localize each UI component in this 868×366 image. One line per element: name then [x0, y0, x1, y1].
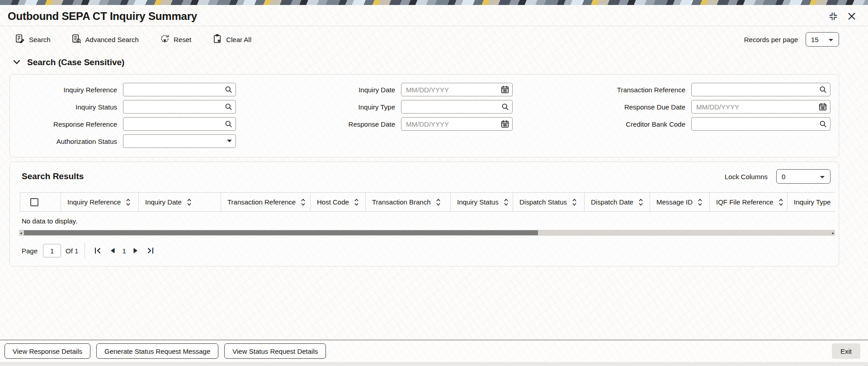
lock-columns-label: Lock Columns	[725, 173, 768, 181]
chevron-down-icon[interactable]	[13, 58, 20, 67]
inquiry-reference-label: Inquiry Reference	[10, 86, 123, 94]
search-button[interactable]: Search	[15, 34, 51, 45]
calendar-icon[interactable]	[819, 103, 827, 111]
clear-all-button[interactable]: Clear All	[212, 34, 251, 45]
column-header-inquiry-reference[interactable]: Inquiry Reference	[61, 193, 138, 211]
reset-button-label: Reset	[174, 36, 191, 43]
magnifier-icon[interactable]	[225, 120, 232, 128]
response-reference-input[interactable]	[123, 118, 236, 130]
magnifier-icon[interactable]	[225, 103, 232, 111]
page-title: Outbound SEPA CT Inquiry Summary	[8, 10, 197, 23]
pagination-nav: 1	[94, 247, 154, 255]
column-header-transaction-reference[interactable]: Transaction Reference	[221, 193, 310, 211]
authorization-status-value[interactable]	[123, 135, 236, 147]
field-inquiry-status: Inquiry Status	[10, 100, 236, 114]
sort-icon[interactable]	[572, 198, 577, 206]
previous-page-icon[interactable]	[110, 247, 115, 254]
column-header-host-code[interactable]: Host Code	[310, 193, 365, 211]
view-status-request-details-button[interactable]: View Status Request Details	[224, 343, 326, 359]
content-spacer	[0, 266, 868, 340]
lock-columns-value: 0	[782, 173, 785, 181]
field-response-due-date: Response Due Date	[513, 100, 830, 114]
response-due-date-input[interactable]	[692, 100, 830, 113]
creditor-bank-code-label: Creditor Bank Code	[513, 120, 691, 128]
response-date-input[interactable]	[401, 118, 512, 130]
magnifier-icon[interactable]	[819, 120, 827, 128]
inquiry-type-control	[401, 100, 513, 114]
response-reference-label: Response Reference	[10, 120, 123, 128]
reset-button[interactable]: Reset	[160, 34, 191, 45]
inquiry-type-input[interactable]	[401, 100, 512, 113]
inquiry-reference-input[interactable]	[123, 83, 236, 96]
sort-icon[interactable]	[126, 198, 131, 206]
sort-icon[interactable]	[301, 198, 306, 206]
field-authorization-status: Authorization Status	[10, 134, 236, 148]
exit-button[interactable]: Exit	[832, 343, 860, 359]
transaction-reference-input[interactable]	[692, 83, 830, 96]
inquiry-date-input[interactable]	[401, 83, 512, 96]
search-form-icon	[15, 34, 25, 45]
field-inquiry-date: Inquiry Date	[236, 83, 513, 96]
scrollbar-thumb[interactable]	[24, 230, 538, 235]
horizontal-scrollbar[interactable]: ◂ ▸	[19, 230, 835, 236]
titlebar: Outbound SEPA CT Inquiry Summary	[0, 5, 868, 26]
scroll-right-arrow-icon[interactable]: ▸	[832, 230, 834, 236]
column-header-message-id[interactable]: Message ID	[650, 193, 709, 211]
magnifier-icon[interactable]	[819, 86, 827, 94]
collapse-icon[interactable]	[828, 11, 838, 21]
close-icon[interactable]	[847, 12, 856, 21]
authorization-status-select[interactable]	[123, 134, 236, 148]
pagination-divider	[85, 242, 85, 259]
column-header-dispatch-date[interactable]: Dispatch Date	[584, 193, 650, 211]
select-all-checkbox[interactable]	[30, 198, 38, 206]
creditor-bank-code-input[interactable]	[692, 118, 830, 130]
column-header-transaction-branch[interactable]: Transaction Branch	[365, 193, 450, 211]
records-per-page-group: Records per page 15	[744, 32, 839, 47]
first-page-icon[interactable]	[94, 247, 101, 254]
creditor-bank-code-control	[691, 117, 830, 131]
lock-columns-group: Lock Columns 0	[725, 169, 830, 184]
search-section-header[interactable]: Search (Case Sensitive)	[13, 57, 868, 67]
page-number-input[interactable]	[43, 244, 61, 257]
inquiry-status-input[interactable]	[123, 100, 236, 113]
response-date-control	[401, 117, 513, 131]
dropdown-caret-icon	[828, 36, 834, 43]
inquiry-date-label: Inquiry Date	[236, 86, 401, 94]
records-per-page-label: Records per page	[744, 36, 798, 43]
last-page-icon[interactable]	[147, 247, 154, 254]
top-decorative-banner	[0, 0, 868, 5]
sort-icon[interactable]	[187, 198, 192, 206]
sort-icon[interactable]	[436, 198, 441, 206]
inquiry-summary-window: Outbound SEPA CT Inquiry Summary	[0, 5, 868, 362]
dropdown-caret-icon[interactable]	[226, 139, 232, 143]
magnifier-icon[interactable]	[225, 86, 232, 94]
lock-columns-select[interactable]: 0	[776, 169, 830, 184]
sort-icon[interactable]	[778, 198, 783, 206]
generate-status-request-message-button[interactable]: Generate Status Request Message	[96, 343, 218, 359]
field-transaction-reference: Transaction Reference	[513, 83, 830, 96]
magnifier-icon[interactable]	[501, 103, 509, 111]
column-header-inquiry-status[interactable]: Inquiry Status	[450, 193, 513, 211]
column-header-inquiry-date[interactable]: Inquiry Date	[138, 193, 221, 211]
sort-icon[interactable]	[504, 198, 509, 206]
sort-icon[interactable]	[698, 198, 703, 206]
column-header-iqf-file-reference[interactable]: IQF File Reference	[709, 193, 787, 211]
clear-all-button-label: Clear All	[226, 36, 251, 43]
advanced-search-button[interactable]: Advanced Search	[72, 34, 139, 45]
toolbar: Search Advanced Search Rese	[0, 26, 868, 51]
sort-icon[interactable]	[638, 198, 643, 206]
column-header-inquiry-type[interactable]: Inquiry Type	[787, 193, 835, 211]
search-column-3: Transaction Reference Response Due Date	[513, 83, 830, 152]
no-data-message: No data to display.	[10, 212, 839, 228]
next-page-icon[interactable]	[133, 247, 138, 254]
bottom-decorative-strip	[0, 362, 868, 366]
column-header-dispatch-status[interactable]: Dispatch Status	[513, 193, 584, 211]
search-column-2: Inquiry Date Inquiry Type Re	[236, 83, 513, 152]
sort-icon[interactable]	[354, 198, 359, 206]
records-per-page-select[interactable]: 15	[806, 32, 839, 47]
view-response-details-button[interactable]: View Response Details	[5, 343, 90, 359]
calendar-icon[interactable]	[501, 86, 509, 94]
page-of-label: Of 1	[66, 247, 78, 255]
calendar-icon[interactable]	[501, 120, 509, 128]
scroll-left-arrow-icon[interactable]: ◂	[20, 230, 22, 236]
